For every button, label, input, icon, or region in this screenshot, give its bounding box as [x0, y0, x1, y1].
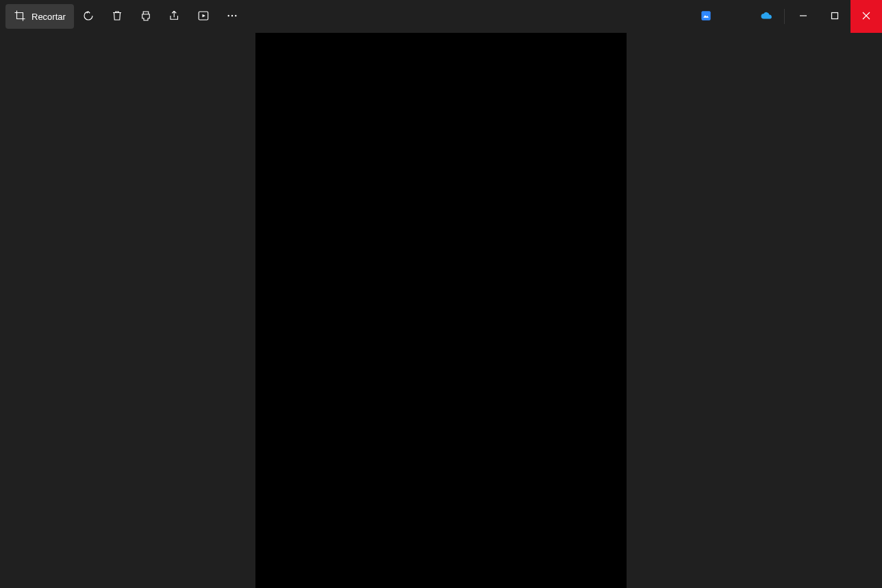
maximize-button[interactable]: [819, 0, 850, 33]
print-button[interactable]: [131, 4, 160, 29]
close-button[interactable]: [850, 0, 882, 33]
edit-app-shortcut[interactable]: [691, 4, 721, 29]
rotate-button[interactable]: [74, 4, 103, 29]
crop-icon: [14, 10, 26, 24]
title-bar: Recortar: [0, 0, 882, 33]
cloud-icon: [760, 10, 772, 24]
svg-point-3: [235, 14, 236, 16]
maximize-icon: [831, 12, 839, 22]
rotate-icon: [82, 10, 94, 24]
more-button[interactable]: [218, 4, 247, 29]
share-icon: [168, 10, 181, 24]
play-rect-icon: [197, 10, 210, 24]
minimize-icon: [799, 12, 807, 22]
slideshow-button[interactable]: [189, 4, 218, 29]
separator: [784, 9, 785, 24]
svg-rect-5: [832, 12, 838, 18]
image-surface: [255, 33, 627, 588]
edit-app-icon: [701, 10, 711, 23]
delete-button[interactable]: [103, 4, 131, 29]
print-icon: [140, 10, 152, 24]
toolbar-right: [691, 0, 882, 33]
more-icon: [226, 10, 238, 24]
svg-point-1: [227, 14, 229, 16]
image-viewport[interactable]: [0, 33, 882, 588]
minimize-button[interactable]: [788, 0, 819, 33]
clipchamp-shortcut[interactable]: [721, 4, 751, 29]
toolbar-left: Recortar: [5, 4, 247, 29]
onedrive-shortcut[interactable]: [751, 4, 781, 29]
crop-button[interactable]: Recortar: [5, 4, 74, 29]
crop-label: Recortar: [32, 12, 66, 22]
trash-icon: [111, 10, 123, 24]
svg-rect-4: [701, 11, 710, 20]
svg-point-2: [231, 14, 233, 16]
share-button[interactable]: [160, 4, 189, 29]
close-icon: [862, 12, 870, 22]
